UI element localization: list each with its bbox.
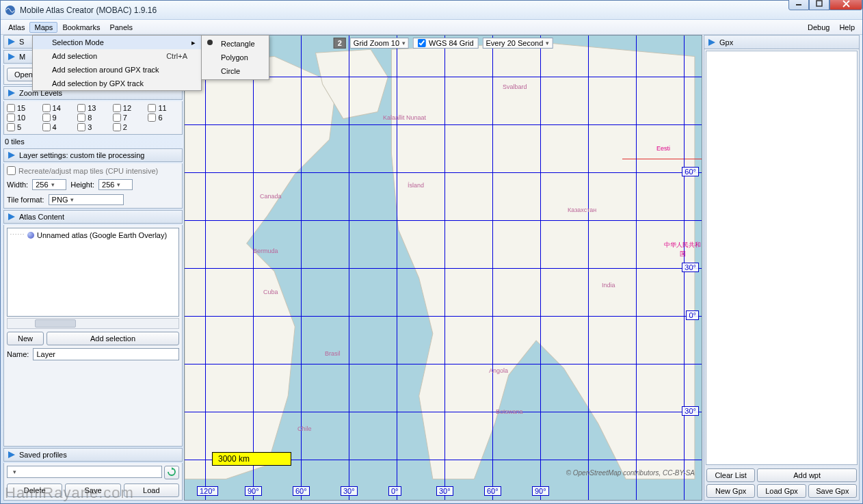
maximize-button[interactable] <box>809 0 829 10</box>
minimize-button[interactable] <box>788 0 809 10</box>
svg-rect-2 <box>816 1 822 6</box>
left-sidebar: S M Open Zoom Levels 1514131211109876543… <box>3 35 183 501</box>
tile-format-label: Tile format: <box>7 196 44 204</box>
zoom-level-11[interactable]: 11 <box>148 104 179 112</box>
menu-debug[interactable]: Debug <box>803 22 834 33</box>
load-profile-button[interactable]: Load <box>124 483 179 497</box>
atlas-root-node[interactable]: ⋯⋯ Unnamed atlas (Google Earth Overlay) <box>10 230 176 239</box>
globe-icon <box>27 232 34 239</box>
gpx-list[interactable] <box>706 51 858 465</box>
expand-arrow-icon <box>7 450 16 460</box>
lon-label: 120° <box>197 486 218 496</box>
menu-panels[interactable]: Panels <box>105 22 137 33</box>
gpx-panel: Gpx Clear List Add wpt New Gpx Load Gpx … <box>704 35 860 501</box>
menu-add-selection[interactable]: Add selection Ctrl+A <box>33 49 201 63</box>
zoom-level-10[interactable]: 10 <box>7 114 38 122</box>
height-combo[interactable]: 256 <box>98 179 133 190</box>
layer-settings-title: Layer settings: custom tile processing <box>19 151 144 159</box>
layer-settings-body: Recreate/adjust map tiles (CPU intensive… <box>3 163 183 209</box>
saved-profiles-body: Delete Save Load <box>3 463 183 501</box>
recreate-label: Recreate/adjust map tiles (CPU intensive… <box>18 167 158 175</box>
atlas-content-header[interactable]: Atlas Content <box>3 210 183 224</box>
grid-zoom-combo[interactable]: Grid Zoom 10 <box>350 38 409 49</box>
app-icon <box>5 5 16 16</box>
lon-label: 60° <box>293 486 310 496</box>
reload-profile-button[interactable] <box>164 466 179 479</box>
titlebar: Mobile Atlas Creator (MOBAC) 1.9.16 <box>1 1 862 20</box>
menubar: Atlas Maps Bookmarks Panels Debug Help <box>1 20 862 35</box>
menu-help[interactable]: Help <box>834 22 860 33</box>
grid-parallel <box>185 412 702 412</box>
lat-label: 60° <box>682 167 699 176</box>
expand-arrow-icon <box>7 88 16 98</box>
lat-label: 0° <box>686 310 699 320</box>
maps-dropdown: Selection Mode ▸ Add selection Ctrl+A Ad… <box>32 35 202 91</box>
svg-marker-9 <box>8 213 15 220</box>
width-combo[interactable]: 256 <box>32 179 66 190</box>
tile-format-combo[interactable]: PNG <box>49 194 124 205</box>
menu-bookmarks[interactable]: Bookmarks <box>57 22 105 33</box>
refresh-icon <box>167 467 176 477</box>
wgs84-checkbox[interactable]: WGS 84 Grid <box>413 38 478 49</box>
atlas-tree[interactable]: ⋯⋯ Unnamed atlas (Google Earth Overlay) <box>7 228 179 317</box>
lon-label: 0° <box>388 486 401 496</box>
recreate-checkbox[interactable] <box>7 166 16 175</box>
load-gpx-button[interactable]: Load Gpx <box>757 484 806 498</box>
submenu-rectangle[interactable]: Rectangle <box>202 37 269 51</box>
app-window: Mobile Atlas Creator (MOBAC) 1.9.16 Atla… <box>0 0 863 504</box>
submenu-circle[interactable]: Circle <box>202 64 269 78</box>
expand-arrow-icon <box>7 52 16 62</box>
horizontal-scrollbar[interactable] <box>7 318 179 329</box>
grid-parallel <box>185 316 702 317</box>
svg-marker-10 <box>8 451 15 458</box>
grid-parallel <box>185 172 702 173</box>
zoom-level-3[interactable]: 3 <box>77 123 109 131</box>
submenu-polygon[interactable]: Polygon <box>202 51 269 64</box>
add-selection-button[interactable]: Add selection <box>47 332 179 345</box>
zoom-level-5[interactable]: 5 <box>7 123 38 131</box>
save-profile-button[interactable]: Save <box>65 483 120 497</box>
zoom-levels-body: 15141312111098765432 <box>3 101 183 135</box>
svg-marker-7 <box>8 90 15 96</box>
zoom-level-12[interactable]: 12 <box>113 104 144 112</box>
svg-marker-5 <box>8 38 15 45</box>
menu-add-selection-by-gpx[interactable]: Add selection by GPX track <box>33 77 201 90</box>
map-viewport[interactable]: 2 Grid Zoom 10 WGS 84 Grid Every 20 Seco… <box>184 35 702 501</box>
zoom-level-8[interactable]: 8 <box>77 114 109 122</box>
new-button[interactable]: New <box>7 332 44 345</box>
zoom-level-4[interactable]: 4 <box>42 123 74 131</box>
gpx-title: Gpx <box>719 38 733 47</box>
grid-parallel <box>185 124 702 125</box>
lat-label: 30° <box>682 263 699 272</box>
submenu-arrow-icon: ▸ <box>191 38 196 47</box>
menu-add-selection-around-gpx[interactable]: Add selection around GPX track <box>33 63 201 77</box>
lon-label: 30° <box>436 486 453 496</box>
menu-selection-mode[interactable]: Selection Mode ▸ <box>33 36 201 49</box>
zoom-level-9[interactable]: 9 <box>42 114 74 122</box>
clear-list-button[interactable]: Clear List <box>706 468 755 482</box>
profile-combo[interactable] <box>7 466 162 478</box>
gpx-header[interactable]: Gpx <box>704 36 859 49</box>
delete-profile-button[interactable]: Delete <box>7 483 62 497</box>
expand-arrow-icon <box>7 37 16 47</box>
grid-interval-combo[interactable]: Every 20 Second <box>483 38 553 49</box>
saved-profiles-header[interactable]: Saved profiles <box>3 448 183 462</box>
lon-label: 60° <box>484 486 501 496</box>
menu-maps[interactable]: Maps <box>29 22 57 33</box>
selection-mode-submenu: Rectangle Polygon Circle <box>201 35 269 80</box>
new-gpx-button[interactable]: New Gpx <box>706 484 755 498</box>
zoom-level-2[interactable]: 2 <box>113 123 144 131</box>
zoom-level-14[interactable]: 14 <box>42 104 74 112</box>
zoom-level-13[interactable]: 13 <box>77 104 109 112</box>
menu-atlas[interactable]: Atlas <box>3 22 29 33</box>
zoom-level-6[interactable]: 6 <box>148 114 179 122</box>
layer-settings-header[interactable]: Layer settings: custom tile processing <box>3 148 183 162</box>
add-wpt-button[interactable]: Add wpt <box>757 468 857 482</box>
zoom-level-7[interactable]: 7 <box>113 114 144 122</box>
name-input[interactable] <box>33 348 179 360</box>
close-button[interactable] <box>829 0 862 10</box>
zoom-level-15[interactable]: 15 <box>7 104 38 112</box>
svg-marker-8 <box>8 152 15 159</box>
grid-parallel <box>185 220 702 221</box>
save-gpx-button[interactable]: Save Gpx <box>808 484 857 498</box>
